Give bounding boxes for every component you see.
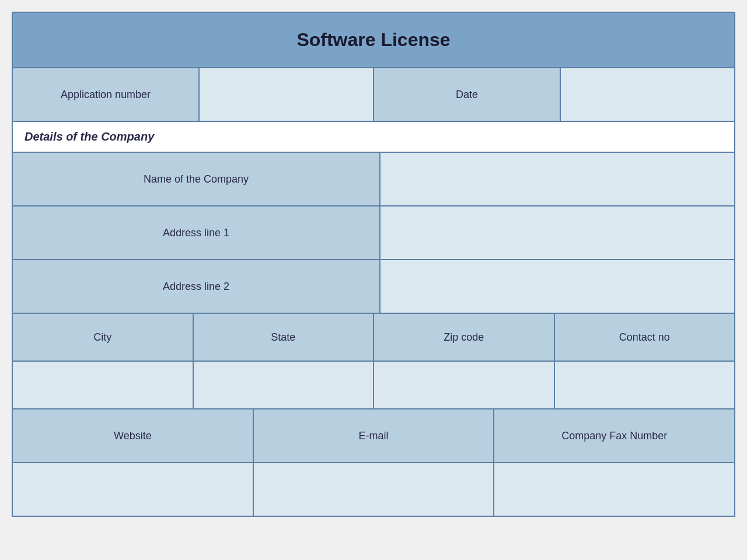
app-date-row: Application number Date — [13, 68, 734, 122]
zip-label: Zip code — [374, 314, 555, 360]
section-header: Details of the Company — [13, 122, 734, 153]
city-label: City — [13, 314, 194, 360]
address2-value[interactable] — [381, 260, 734, 313]
form-title: Software License — [25, 29, 722, 51]
city-state-labels-row: City State Zip code Contact no — [13, 314, 734, 362]
app-number-label: Application number — [13, 68, 200, 121]
website-label: Website — [13, 410, 254, 462]
address2-row: Address line 2 — [13, 260, 734, 314]
web-email-fax-values-row — [13, 463, 734, 516]
city-value[interactable] — [13, 362, 194, 408]
state-value[interactable] — [194, 362, 375, 408]
address1-row: Address line 1 — [13, 206, 734, 260]
company-name-row: Name of the Company — [13, 153, 734, 206]
app-number-value[interactable] — [200, 68, 374, 121]
address1-label: Address line 1 — [13, 206, 381, 259]
address2-label: Address line 2 — [13, 260, 381, 313]
city-state-values-row — [13, 362, 734, 410]
contact-label: Contact no — [555, 314, 735, 360]
company-name-value[interactable] — [381, 153, 734, 205]
email-value[interactable] — [254, 463, 495, 516]
date-value[interactable] — [561, 68, 734, 121]
web-email-fax-labels-row: Website E-mail Company Fax Number — [13, 410, 734, 463]
fax-label: Company Fax Number — [494, 410, 734, 462]
website-value[interactable] — [13, 463, 254, 516]
company-name-label: Name of the Company — [13, 153, 381, 205]
state-label: State — [194, 314, 375, 360]
zip-value[interactable] — [374, 362, 555, 408]
email-label: E-mail — [254, 410, 495, 462]
form-header: Software License — [13, 13, 734, 68]
software-license-form: Software License Application number Date… — [12, 12, 735, 517]
date-label: Date — [374, 68, 561, 121]
contact-value[interactable] — [555, 362, 735, 408]
fax-value[interactable] — [494, 463, 734, 516]
address1-value[interactable] — [381, 206, 734, 259]
